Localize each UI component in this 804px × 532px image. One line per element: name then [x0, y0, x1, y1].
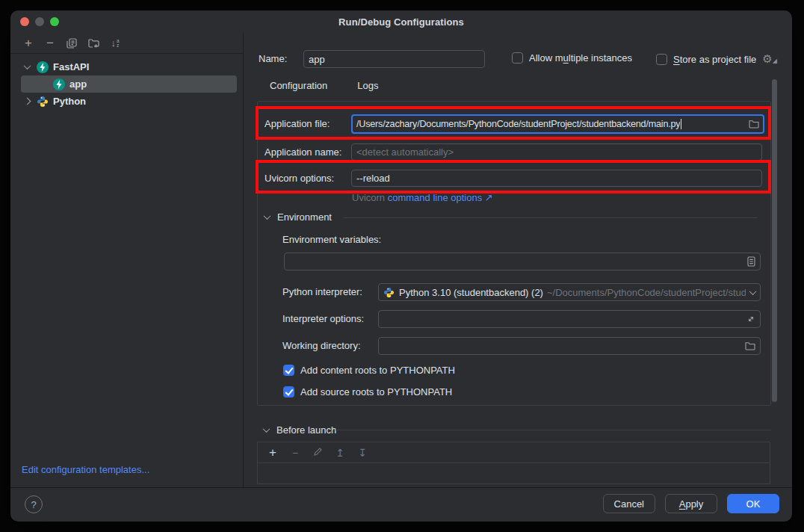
expand-field-icon[interactable]: [746, 315, 755, 324]
chevron-down-icon[interactable]: [263, 425, 270, 433]
move-down-icon: ↧: [356, 447, 368, 459]
add-source-roots-checkbox[interactable]: Add source roots to PYTHONPATH: [283, 386, 452, 398]
tree-node-python[interactable]: Python: [10, 93, 243, 110]
configurations-tree: FastAPI app: [10, 58, 243, 110]
tab-logs[interactable]: Logs: [357, 80, 378, 98]
allow-multiple-instances-checkbox[interactable]: Allow multiple instances: [512, 52, 632, 64]
tree-label-fastapi: FastAPI: [53, 61, 89, 72]
remove-configuration-icon[interactable]: −: [44, 37, 56, 49]
checkbox-checked-icon[interactable]: [283, 365, 294, 376]
copy-configuration-icon[interactable]: [66, 37, 78, 49]
browse-folder-icon[interactable]: [745, 341, 755, 350]
new-folder-icon[interactable]: [87, 37, 99, 49]
run-debug-configurations-dialog: Run/Debug Configurations + −: [10, 10, 792, 522]
cancel-button[interactable]: Cancel: [603, 494, 655, 513]
section-rule: [335, 430, 771, 430]
browse-file-folder-icon[interactable]: [749, 120, 759, 129]
tree-node-fastapi[interactable]: FastAPI: [10, 58, 243, 75]
uvicorn-options-label: Uvicorn options:: [265, 173, 334, 184]
uvicorn-options-value: --reload: [356, 173, 390, 184]
add-task-icon[interactable]: +: [267, 445, 279, 460]
titlebar: Run/Debug Configurations: [10, 10, 792, 33]
name-input[interactable]: app: [303, 50, 485, 68]
interpreter-options-label: Interpreter options:: [282, 313, 364, 324]
checkbox-checked-icon[interactable]: [283, 386, 294, 398]
external-link-arrow-icon: ↗: [485, 192, 493, 203]
store-options-gear-icon[interactable]: ⚙◢: [762, 52, 777, 66]
sidebar-toolbar: + − ↓az: [10, 33, 243, 54]
tree-label-app: app: [69, 78, 87, 90]
name-label: Name:: [259, 53, 287, 64]
python-interpreter-value: Python 3.10 (studentbackend) (2): [399, 287, 543, 298]
add-content-roots-label: Add content roots to PYTHONPATH: [300, 365, 455, 376]
configuration-editor-panel: Name: app Allow multiple instances Store…: [244, 33, 792, 487]
application-file-input[interactable]: /Users/zachary/Documents/PythonCode/stud…: [351, 114, 764, 134]
python-interpreter-path: ~/Documents/PythonCode/studentProject/st…: [547, 287, 746, 298]
chevron-down-icon[interactable]: [749, 288, 757, 295]
add-configuration-icon[interactable]: +: [22, 37, 34, 49]
application-file-label: Application file:: [265, 118, 330, 129]
chevron-down-icon[interactable]: [264, 212, 271, 220]
before-launch-toolbar: + − ↥ ↧: [258, 442, 770, 463]
help-button[interactable]: ?: [25, 495, 43, 513]
tree-node-app[interactable]: app: [10, 75, 243, 93]
before-launch-panel: + − ↥ ↧: [257, 442, 770, 484]
chevron-down-icon[interactable]: [24, 62, 31, 69]
environment-variables-label: Environment variables:: [282, 234, 381, 245]
application-name-placeholder: <detect automatically>: [356, 146, 454, 158]
fastapi-icon: [53, 78, 65, 90]
configuration-tab-content: Application file: /Users/zachary/Documen…: [257, 101, 771, 406]
move-up-icon: ↥: [334, 447, 346, 459]
working-directory-label: Working directory:: [282, 340, 361, 351]
add-content-roots-checkbox[interactable]: Add content roots to PYTHONPATH: [283, 365, 455, 376]
environment-section-header[interactable]: Environment: [265, 211, 332, 223]
python-icon: [37, 96, 49, 108]
vertical-scrollbar[interactable]: [772, 79, 777, 402]
environment-variables-input[interactable]: [284, 253, 761, 270]
application-file-value: /Users/zachary/Documents/PythonCode/stud…: [356, 119, 680, 129]
section-rule: [344, 217, 758, 218]
screen: Run/Debug Configurations + −: [0, 0, 804, 532]
store-as-project-file-checkbox[interactable]: Store as project file ⚙◢: [656, 52, 777, 66]
interpreter-options-input[interactable]: [378, 310, 761, 328]
browse-variables-icon[interactable]: [747, 256, 755, 267]
checkbox-icon[interactable]: [512, 52, 523, 64]
uvicorn-command-line-options-link[interactable]: command line options: [388, 192, 482, 203]
text-caret: [681, 119, 681, 129]
environment-section-title: Environment: [277, 211, 332, 223]
application-name-input[interactable]: <detect automatically>: [351, 143, 762, 161]
python-interpreter-select[interactable]: Python 3.10 (studentbackend) (2) ~/Docum…: [378, 283, 761, 301]
python-interpreter-label: Python interpreter:: [282, 286, 362, 297]
checkbox-icon[interactable]: [656, 54, 667, 65]
uvicorn-options-input[interactable]: --reload: [351, 170, 762, 187]
python-icon: [383, 287, 395, 298]
chevron-right-icon[interactable]: [24, 98, 31, 105]
configurations-sidebar: + − ↓az: [10, 33, 244, 487]
edit-task-pencil-icon: [312, 447, 324, 459]
store-as-project-file-label: Store as project file: [673, 54, 756, 65]
allow-multiple-instances-label: Allow multiple instances: [529, 52, 632, 64]
tree-label-python: Python: [53, 96, 86, 107]
remove-task-icon: −: [289, 447, 301, 459]
before-launch-section-header[interactable]: Before launch: [264, 424, 336, 436]
uvicorn-hint: Uvicorn command line options ↗: [352, 192, 493, 203]
ok-button[interactable]: OK: [727, 494, 779, 513]
dialog-footer: ? Cancel Apply OK: [10, 487, 792, 522]
fastapi-icon: [37, 61, 49, 73]
tab-configuration[interactable]: Configuration: [270, 80, 327, 98]
dialog-title: Run/Debug Configurations: [10, 10, 792, 33]
application-name-label: Application name:: [265, 146, 341, 158]
editor-tabs: Configuration Logs: [270, 80, 379, 98]
sort-configurations-icon[interactable]: ↓az: [109, 37, 121, 49]
name-row: Name: app Allow multiple instances Store…: [244, 49, 792, 69]
working-directory-input[interactable]: [378, 337, 761, 355]
before-launch-title: Before launch: [276, 424, 336, 436]
edit-configuration-templates-link[interactable]: Edit configuration templates...: [22, 464, 149, 475]
apply-button[interactable]: Apply: [665, 494, 717, 513]
add-source-roots-label: Add source roots to PYTHONPATH: [300, 386, 452, 398]
